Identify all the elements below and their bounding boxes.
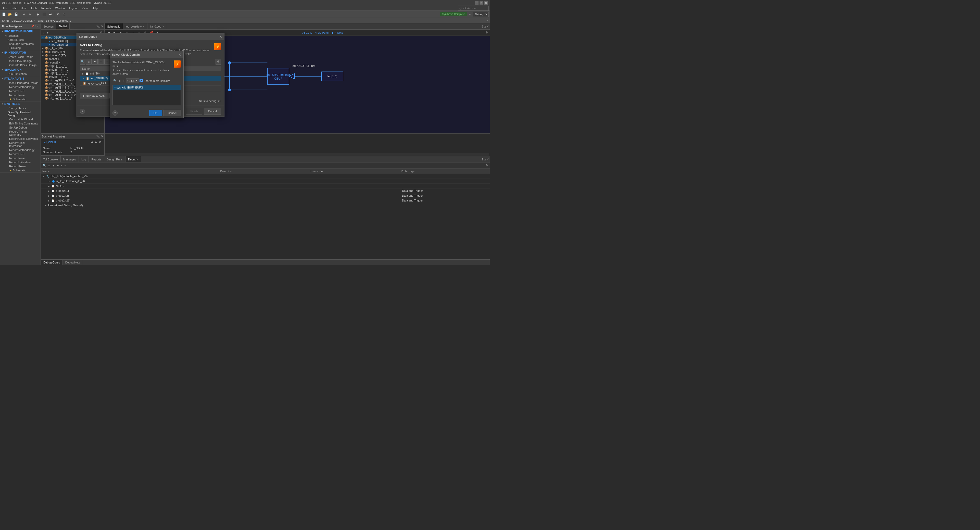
- minimize-button[interactable]: —: [475, 1, 479, 5]
- nets-add-button[interactable]: +: [98, 59, 104, 65]
- nav-item-synth-report-drc[interactable]: Report DRC: [0, 152, 41, 156]
- menu-edit[interactable]: Edit: [10, 6, 19, 10]
- menu-reports[interactable]: Reports: [39, 6, 53, 10]
- log-tab[interactable]: Log: [79, 156, 89, 162]
- ila0-veo-tab-close[interactable]: ✕: [162, 25, 164, 28]
- ila0-veo-tab[interactable]: ila_0.veo ✕: [148, 24, 167, 29]
- nav-item-synth-report-methodology[interactable]: Report Methodology: [0, 148, 41, 152]
- maximize-button[interactable]: □: [480, 1, 483, 5]
- debug-row-uila0[interactable]: ▼ 🔷 u_ila_0:labtools_ila_v6: [41, 179, 490, 184]
- bus-net-help-button[interactable]: ?: [96, 135, 98, 138]
- nav-item-rtl-report-methodology[interactable]: Report Methodology: [0, 85, 41, 89]
- nets-settings-button[interactable]: ⚙: [216, 59, 221, 65]
- clock-sort-button[interactable]: ⇅: [122, 79, 126, 83]
- debug-row-dbghub[interactable]: ▼ 🔧 dbg_hub(labtools_xsdbm_v3): [41, 174, 490, 179]
- clock-filter2-button[interactable]: ≡: [118, 79, 121, 83]
- nav-section-ip-integrator-header[interactable]: ▼ IP INTEGRATOR: [0, 50, 41, 55]
- design-runs-tab[interactable]: Design Runs: [104, 156, 126, 162]
- debug-settings-button[interactable]: ⚙: [485, 164, 489, 167]
- debug-row-probe0[interactable]: ▶ 📋 probe0 (1) Data and Trigger: [41, 188, 490, 193]
- clock-domain-close-button[interactable]: ✕: [178, 53, 181, 56]
- new-file-button[interactable]: 📄: [1, 11, 6, 17]
- bus-net-close-button[interactable]: ✕: [101, 135, 103, 138]
- nav-section-rtl-analysis-header[interactable]: ▼ RTL ANALYSIS: [0, 76, 41, 81]
- design-help-button[interactable]: ?: [486, 19, 488, 22]
- bus-net-settings-button[interactable]: ⚙: [98, 140, 102, 144]
- netlist-maximize-button[interactable]: □: [99, 25, 100, 28]
- debug-cores-tab[interactable]: Debug Cores: [41, 259, 63, 265]
- nav-item-rtl-report-drc[interactable]: Report DRC: [0, 89, 41, 93]
- clock-search-button[interactable]: 🔍: [113, 79, 118, 83]
- nav-item-report-power[interactable]: Report Power: [0, 164, 41, 168]
- nav-item-open-elaborated-design[interactable]: Open Elaborated Design: [0, 81, 41, 85]
- nav-item-ip-catalog[interactable]: IP Catalog: [0, 46, 41, 50]
- nav-item-report-utilization[interactable]: Report Utilization: [0, 160, 41, 164]
- nav-item-constraints-wizard[interactable]: Constraints Wizard: [0, 117, 41, 121]
- nav-item-open-block-design[interactable]: Open Block Design: [0, 59, 41, 63]
- schematic-main-tab[interactable]: Schematic: [105, 24, 123, 29]
- messages-tab[interactable]: Messages: [61, 156, 79, 162]
- nets-search-button[interactable]: 🔍: [80, 59, 86, 65]
- debug-mode-dropdown[interactable]: Debug: [473, 12, 489, 17]
- debug-collapse-button[interactable]: ▶: [56, 164, 59, 167]
- clock-filter-dropdown[interactable]: GLOE ▼: [126, 78, 139, 83]
- close-window-button[interactable]: ✕: [484, 1, 488, 5]
- netlist-filter-button[interactable]: ▼: [45, 31, 50, 34]
- debug-filter-button[interactable]: ≡: [48, 164, 51, 167]
- netlist-help-button[interactable]: ?: [96, 25, 98, 28]
- schematic-settings-button[interactable]: ⚙: [485, 30, 489, 34]
- bus-net-next-button[interactable]: ▶: [94, 140, 98, 144]
- step-button[interactable]: ⏭: [48, 11, 53, 17]
- save-button[interactable]: 💾: [13, 11, 19, 17]
- netlist-tab[interactable]: Netlist: [56, 24, 70, 29]
- nets-remove-button[interactable]: −: [104, 59, 110, 65]
- schematic-maximize-button[interactable]: □: [484, 25, 486, 28]
- sigma-button[interactable]: Σ: [62, 11, 67, 17]
- clock-help-button[interactable]: ?: [113, 110, 118, 116]
- netlist-close-button[interactable]: ✕: [101, 25, 103, 28]
- nets-expand-button[interactable]: ≡: [86, 59, 92, 65]
- nav-section-simulation-header[interactable]: ▼ SIMULATION: [0, 67, 41, 72]
- led-twinkle-tab[interactable]: led_twinkle.v ✕: [123, 24, 148, 29]
- stop-button[interactable]: ⬛: [41, 11, 47, 17]
- flow-nav-help-button[interactable]: ?: [35, 25, 36, 27]
- debug-add-button[interactable]: +: [60, 164, 63, 167]
- menu-file[interactable]: File: [1, 6, 10, 10]
- tcl-console-tab[interactable]: Tcl Console: [41, 156, 61, 162]
- led-twinkle-tab-close[interactable]: ✕: [143, 25, 145, 28]
- open-file-button[interactable]: 📂: [7, 11, 13, 17]
- nav-item-settings[interactable]: ⚙ Settings: [0, 33, 41, 38]
- nav-item-rtl-schematic[interactable]: ⚡ Schematic: [0, 97, 41, 101]
- settings-toolbar-button[interactable]: ⚙: [55, 11, 61, 17]
- undo-button[interactable]: ↩: [21, 11, 27, 17]
- clock-hier-checkbox[interactable]: [140, 79, 143, 83]
- debug-row-probe1[interactable]: ▶ 📋 probe1 (2) Data and Trigger: [41, 193, 490, 198]
- run-button[interactable]: ▶: [35, 11, 41, 17]
- bottom-close-button[interactable]: ✕: [487, 158, 489, 161]
- find-nets-add-button[interactable]: Find Nets to Add...: [80, 93, 110, 99]
- debug-row-probe2[interactable]: ▶ 📋 probe2 (26) Data and Trigger: [41, 198, 490, 203]
- cancel-button[interactable]: Cancel: [204, 108, 221, 115]
- menu-help[interactable]: Help: [90, 6, 100, 10]
- setup-debug-help-button[interactable]: ?: [80, 109, 85, 114]
- nav-item-synth-schematic[interactable]: ⚡ Schematic: [0, 168, 41, 172]
- schematic-close-button[interactable]: ✕: [487, 25, 489, 28]
- debug-tab-close[interactable]: ✕: [136, 158, 138, 161]
- nav-item-language-templates[interactable]: Language Templates: [0, 42, 41, 46]
- nav-item-create-block-design[interactable]: Create Block Design: [0, 55, 41, 59]
- clock-ok-button[interactable]: OK: [149, 110, 162, 116]
- debug-row-unassigned[interactable]: ▶ Unassigned Debug Nets (0): [41, 203, 490, 208]
- clock-cancel-button[interactable]: Cancel: [164, 110, 181, 116]
- nav-item-run-simulation[interactable]: Run Simulation: [0, 72, 41, 76]
- clock-tree-item-sys-clk[interactable]: ≡ sys_clk_IBUF_BUFG: [113, 85, 181, 90]
- nav-item-edit-timing-constraints[interactable]: Edit Timing Constraints: [0, 121, 41, 126]
- nav-item-report-timing-summary[interactable]: Report Timing Summary: [0, 130, 41, 137]
- nav-item-synth-report-noise[interactable]: Report Noise: [0, 156, 41, 160]
- menu-view[interactable]: View: [80, 6, 90, 10]
- debug-row-clk[interactable]: ▶ 📋 clk (1): [41, 184, 490, 188]
- redo-button[interactable]: ↪: [27, 11, 33, 17]
- setup-debug-close-button[interactable]: ✕: [219, 35, 222, 38]
- menu-layout[interactable]: Layout: [67, 6, 80, 10]
- nav-item-generate-block-design[interactable]: Generate Block Design: [0, 63, 41, 67]
- bottom-help-button[interactable]: ?: [482, 158, 483, 161]
